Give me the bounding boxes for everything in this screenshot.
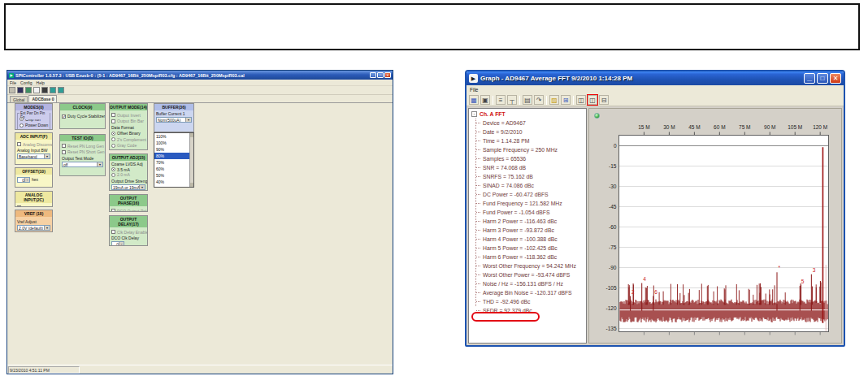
dropdown-scrollbar[interactable] — [189, 133, 193, 187]
copy-icon[interactable]: ↷ — [534, 95, 544, 105]
power-down-radio[interactable] — [20, 123, 24, 127]
spi-title-bar[interactable]: ▶ SPIController 1.0.57.3 : USB Ezusb-0 :… — [7, 71, 393, 80]
output-bin-bar-checkbox[interactable] — [111, 119, 115, 123]
tab-global[interactable]: Global — [10, 96, 28, 102]
maximize-button[interactable] — [817, 73, 828, 84]
output-test-mode-label: Output Test Mode — [62, 156, 103, 161]
panel-output-mode-header: OUTPUT MODE(14) — [110, 104, 147, 110]
split-both-icon[interactable]: ⊟ — [599, 95, 609, 105]
minimize-button[interactable] — [370, 72, 376, 78]
duty-cycle-checkbox[interactable] — [62, 115, 66, 119]
vref-adjust-label: Vref Adjust — [17, 219, 50, 224]
buffer-option[interactable]: 100% — [154, 140, 189, 146]
panel-output-adj: OUTPUT ADJ(15) Coarse LVDS Adj 3.5 mA 2.… — [109, 153, 148, 191]
menu-file[interactable]: File — [10, 80, 16, 85]
dco-clk-delay-spinner[interactable]: 0 — [111, 241, 124, 247]
buffer-current-select[interactable]: Nom(500uA) — [156, 117, 192, 123]
panel-buffer: BUFFER(36) Buffer Current 1 Nom(500uA) — [154, 103, 194, 132]
stop-icon[interactable] — [33, 87, 40, 93]
svg-text:3: 3 — [813, 267, 816, 273]
panel-adc-input-header: ADC INPUT(F) — [15, 133, 52, 140]
lvds-35ma-radio[interactable] — [111, 167, 115, 171]
svg-text:-15: -15 — [609, 163, 617, 169]
dc-coupling-checkbox[interactable] — [17, 205, 21, 207]
split-vertical-icon[interactable]: ◫ — [588, 95, 597, 105]
link-icon[interactable] — [50, 87, 56, 93]
reset-pn-long-checkbox[interactable] — [62, 144, 66, 148]
panel-buffer-header: BUFFER(36) — [154, 104, 193, 110]
offset-binary-radio[interactable] — [111, 132, 115, 136]
save-icon[interactable] — [17, 87, 24, 93]
maximize-button[interactable] — [377, 72, 384, 78]
minimize-button[interactable] — [804, 73, 815, 84]
svg-text:-30: -30 — [609, 184, 617, 189]
cursor-icon[interactable]: ┬ — [507, 95, 517, 105]
spi-menu-bar: FileConfigHelp — [7, 80, 393, 86]
lvds-20ma-radio[interactable] — [111, 173, 115, 177]
save-icon[interactable]: ▤ — [523, 95, 532, 105]
reset-pn-short-checkbox[interactable] — [62, 150, 66, 154]
offset-spinner[interactable]: 0 — [17, 177, 30, 183]
export-icon[interactable] — [58, 87, 64, 93]
vref-adjust-select[interactable]: 2.0V (default) — [17, 225, 50, 231]
annotation-icon[interactable]: ▨ — [549, 95, 559, 105]
buffer-option[interactable]: 60% — [154, 166, 189, 172]
split-horizontal-icon[interactable]: ◫ — [576, 95, 586, 105]
buffer-current-dropdown-list[interactable]: 110%100%90%80%70%60%50%40% — [154, 132, 194, 188]
buffer-option[interactable]: 40% — [154, 179, 189, 185]
spi-controller-window: ▶ SPIController 1.0.57.3 : USB Ezusb-0 :… — [7, 70, 393, 374]
clk-delay-enable-label: Clk Delay Enable — [117, 230, 148, 235]
tab-adcbase-0[interactable]: ADCBase 0 — [28, 95, 57, 102]
panel-analog-input: ANALOG INPUT(2C) DC Input Coupling — [15, 191, 53, 207]
toolbar-separator — [546, 96, 547, 105]
new-icon[interactable] — [9, 87, 15, 93]
svg-text:30 M: 30 M — [663, 124, 675, 130]
panel-analog-input-header: ANALOG INPUT(2C) — [15, 192, 52, 203]
menu-file[interactable]: File — [470, 87, 478, 93]
buffer-option[interactable]: 50% — [154, 172, 189, 179]
open-icon[interactable] — [25, 87, 32, 93]
analog-disconnect-checkbox[interactable] — [17, 142, 21, 146]
svg-text:75 M: 75 M — [739, 124, 750, 130]
buffer-option[interactable]: 80% — [154, 153, 189, 159]
analog-disconnect-label: Analog Disconnect — [23, 142, 53, 147]
clk-delay-enable-checkbox[interactable] — [111, 230, 115, 234]
fft-stat-item: Worst Other Power = -93.474 dBFS — [469, 270, 586, 279]
lvds-35ma-label: 3.5 mA — [117, 167, 130, 172]
grid-icon[interactable]: ⊞ — [561, 95, 571, 105]
panel-output-delay-header: OUTPUT DELAY(17) — [110, 216, 147, 227]
svg-text:0: 0 — [614, 143, 617, 149]
run-icon[interactable] — [41, 87, 48, 93]
spi-content-area: MODES(0) Ext Pwr Dn Pin En Chip run Powe… — [7, 102, 393, 365]
chart-settings-icon[interactable]: ▦ — [469, 95, 479, 105]
buffer-option[interactable]: 110% — [154, 133, 189, 140]
svg-text:45 M: 45 M — [688, 124, 700, 130]
reset-pn-short-label: Reset PN Short Gen — [67, 149, 105, 154]
close-icon[interactable] — [384, 72, 391, 78]
svg-text:6: 6 — [654, 289, 658, 295]
gray-code-radio[interactable] — [111, 144, 115, 148]
drive-strength-select[interactable]: 19mA or 19mA — [111, 184, 145, 190]
fft-stat-item: Noise / Hz = -156.131 dBFS / Hz — [469, 279, 586, 288]
toolbar-separator — [493, 96, 493, 105]
panel-output-mode: OUTPUT MODE(14) Output Invert Output Bin… — [109, 103, 148, 150]
fft-stat-item: Harm 3 Power = -93.872 dBc — [469, 226, 586, 235]
analog-input-bw-select[interactable]: Baseband — [17, 153, 50, 159]
power-down-label: Power Down — [25, 123, 48, 127]
output-test-mode-select[interactable]: off — [62, 162, 103, 167]
menu-help[interactable]: Help — [37, 80, 45, 85]
output-invert-checkbox[interactable] — [111, 113, 115, 117]
menu-config[interactable]: Config — [20, 80, 32, 85]
buffer-option[interactable]: 70% — [154, 159, 189, 166]
panel-layout-icon[interactable]: ▣ — [480, 95, 490, 105]
buffer-option[interactable]: 90% — [154, 146, 189, 153]
close-icon[interactable] — [830, 73, 841, 84]
collapse-icon[interactable]: - — [471, 111, 477, 117]
fft-plot[interactable]: 0-15-30-45-60-75-90-105-120-13515 M30 M4… — [589, 109, 841, 343]
graph-title-bar[interactable]: ▶ Graph - AD9467 Average FFT 9/2/2010 1:… — [467, 71, 844, 85]
list-icon[interactable]: ≡ — [496, 95, 506, 105]
dco-polarity-checkbox[interactable] — [111, 209, 115, 212]
output-invert-label: Output Invert — [117, 113, 141, 118]
chip-run-radio[interactable] — [20, 117, 24, 121]
twos-complement-radio[interactable] — [111, 137, 115, 141]
